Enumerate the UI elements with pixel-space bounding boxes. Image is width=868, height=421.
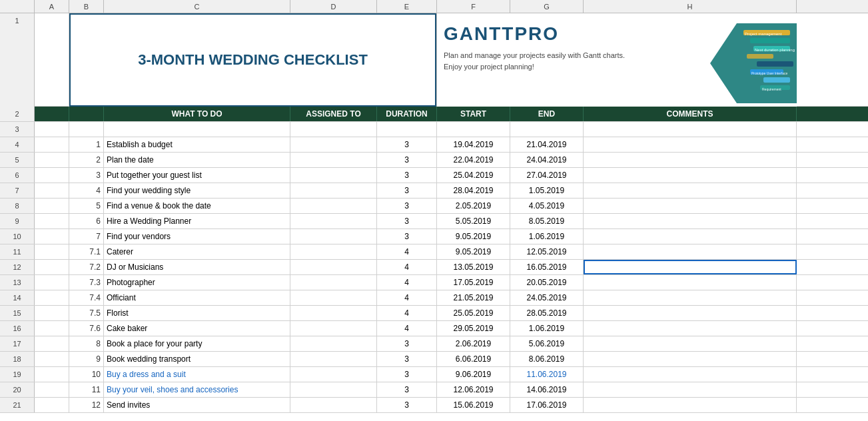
cell-6-h[interactable] [584,168,797,183]
cell-21-g[interactable]: 17.06.2019 [510,398,584,412]
table-row[interactable]: 19 10 Buy a dress and a suit 3 9.06.2019… [0,367,868,382]
cell-16-c[interactable]: Cake baker [104,321,290,336]
cell-14-d[interactable] [290,290,377,305]
cell-8-a[interactable] [35,199,69,213]
cell-6-d[interactable] [290,168,377,183]
cell-14-a[interactable] [35,290,69,305]
cell-6-a[interactable] [35,168,69,183]
cell-3-a[interactable] [35,122,69,137]
cell-17-h[interactable] [584,336,797,351]
cell-21-e[interactable]: 3 [377,398,437,412]
cell-6-b[interactable]: 3 [69,168,104,183]
cell-16-d[interactable] [290,321,377,336]
cell-13-h[interactable] [584,275,797,290]
cell-12-a[interactable] [35,260,69,274]
cell-18-f[interactable]: 6.06.2019 [437,352,510,366]
cell-19-h[interactable] [584,367,797,382]
table-row[interactable]: 4 1 Establish a budget 3 19.04.2019 21.0… [0,137,868,153]
cell-16-h[interactable] [584,321,797,336]
cell-5-f[interactable]: 22.04.2019 [437,153,510,167]
cell-8-c[interactable]: Find a venue & book the date [104,199,290,213]
cell-5-a[interactable] [35,153,69,167]
cell-3-b[interactable] [69,122,104,137]
cell-8-h[interactable] [584,199,797,213]
cell-4-f[interactable]: 19.04.2019 [437,137,510,152]
cell-4-h[interactable] [584,137,797,152]
cell-19-f[interactable]: 9.06.2019 [437,367,510,382]
cell-7-b[interactable]: 4 [69,183,104,198]
cell-16-b[interactable]: 7.6 [69,321,104,336]
table-row[interactable]: 3 [0,122,868,137]
cell-21-f[interactable]: 15.06.2019 [437,398,510,412]
cell-7-f[interactable]: 28.04.2019 [437,183,510,198]
cell-20-e[interactable]: 3 [377,382,437,397]
cell-13-e[interactable]: 4 [377,275,437,290]
header-end[interactable]: END [510,107,584,121]
cell-18-g[interactable]: 8.06.2019 [510,352,584,366]
cell-21-b[interactable]: 12 [69,398,104,412]
cell-10-c[interactable]: Find your vendors [104,229,290,244]
cell-17-a[interactable] [35,336,69,351]
cell-7-e[interactable]: 3 [377,183,437,198]
cell-19-a[interactable] [35,367,69,382]
cell-19-d[interactable] [290,367,377,382]
cell-8-g[interactable]: 4.05.2019 [510,199,584,213]
cell-8-f[interactable]: 2.05.2019 [437,199,510,213]
cell-14-g[interactable]: 24.05.2019 [510,290,584,305]
cell-3-c[interactable] [104,122,290,137]
cell-9-a[interactable] [35,214,69,228]
cell-4-g[interactable]: 21.04.2019 [510,137,584,152]
cell-10-d[interactable] [290,229,377,244]
cell-11-a[interactable] [35,244,69,259]
cell-12-h[interactable] [584,260,797,274]
table-row[interactable]: 21 12 Send invites 3 15.06.2019 17.06.20… [0,398,868,413]
cell-20-b[interactable]: 11 [69,382,104,397]
cell-12-g[interactable]: 16.05.2019 [510,260,584,274]
cell-9-b[interactable]: 6 [69,214,104,228]
cell-10-h[interactable] [584,229,797,244]
cell-11-g[interactable]: 12.05.2019 [510,244,584,259]
cell-5-g[interactable]: 24.04.2019 [510,153,584,167]
cell-16-f[interactable]: 29.05.2019 [437,321,510,336]
cell-9-d[interactable] [290,214,377,228]
cell-6-e[interactable]: 3 [377,168,437,183]
cell-15-e[interactable]: 4 [377,306,437,320]
cell-3-h[interactable] [584,122,797,137]
cell-9-f[interactable]: 5.05.2019 [437,214,510,228]
cell-3-d[interactable] [290,122,377,137]
cell-19-b[interactable]: 10 [69,367,104,382]
cell-5-e[interactable]: 3 [377,153,437,167]
cell-4-d[interactable] [290,137,377,152]
cell-7-a[interactable] [35,183,69,198]
cell-15-f[interactable]: 25.05.2019 [437,306,510,320]
cell-21-a[interactable] [35,398,69,412]
cell-15-b[interactable]: 7.5 [69,306,104,320]
cell-19-c[interactable]: Buy a dress and a suit [104,367,290,382]
table-row[interactable]: 6 3 Put together your guest list 3 25.04… [0,168,868,183]
table-row[interactable]: 16 7.6 Cake baker 4 29.05.2019 1.06.2019 [0,321,868,336]
cell-8-b[interactable]: 5 [69,199,104,213]
cell-9-e[interactable]: 3 [377,214,437,228]
cell-21-c[interactable]: Send invites [104,398,290,412]
cell-11-c[interactable]: Caterer [104,244,290,259]
cell-15-h[interactable] [584,306,797,320]
cell-21-h[interactable] [584,398,797,412]
cell-11-b[interactable]: 7.1 [69,244,104,259]
cell-9-g[interactable]: 8.05.2019 [510,214,584,228]
cell-10-a[interactable] [35,229,69,244]
cell-8-e[interactable]: 3 [377,199,437,213]
cell-13-b[interactable]: 7.3 [69,275,104,290]
cell-17-d[interactable] [290,336,377,351]
cell-20-a[interactable] [35,382,69,397]
cell-9-c[interactable]: Hire a Wedding Planner [104,214,290,228]
cell-18-d[interactable] [290,352,377,366]
cell-14-e[interactable]: 4 [377,290,437,305]
cell-18-a[interactable] [35,352,69,366]
table-row[interactable]: 14 7.4 Officiant 4 21.05.2019 24.05.2019 [0,290,868,306]
cell-3-e[interactable] [377,122,437,137]
header-start[interactable]: START [437,107,510,121]
cell-20-f[interactable]: 12.06.2019 [437,382,510,397]
cell-18-b[interactable]: 9 [69,352,104,366]
cell-7-h[interactable] [584,183,797,198]
cell-9-h[interactable] [584,214,797,228]
